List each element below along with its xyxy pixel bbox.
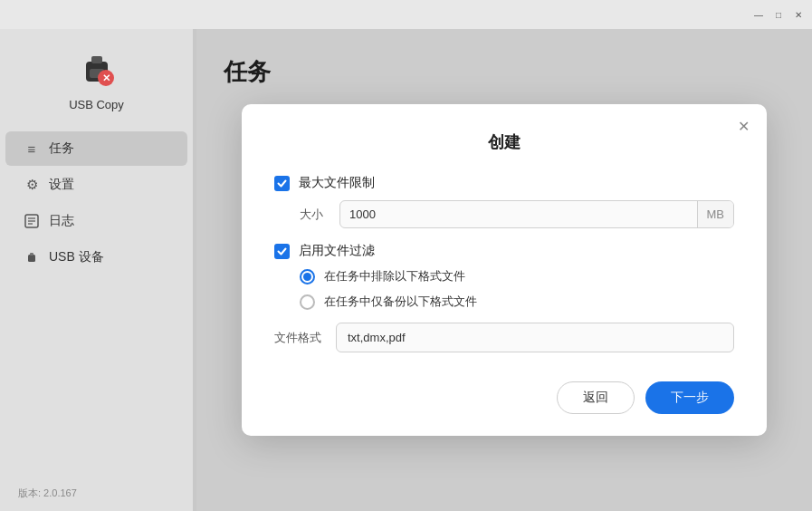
sidebar-item-logs[interactable]: 日志	[5, 204, 187, 238]
radio-row-backup: 在任务中仅备份以下格式文件	[300, 294, 734, 310]
svg-rect-9	[28, 255, 35, 262]
next-button[interactable]: 下一步	[645, 381, 734, 414]
sidebar-label-logs: 日志	[49, 213, 74, 229]
window-controls: — □ ✕	[752, 8, 805, 21]
modal-footer: 返回 下一步	[274, 381, 734, 414]
sidebar-item-tasks[interactable]: ≡ 任务	[5, 131, 187, 166]
app-name-label: USB Copy	[69, 98, 124, 111]
title-bar: — □ ✕	[0, 0, 812, 29]
format-row: 文件格式	[274, 323, 734, 352]
sidebar-footer: 版本: 2.0.167	[0, 476, 193, 511]
radio-exclude-label: 在任务中排除以下格式文件	[324, 268, 465, 284]
content-area: 任务 ✕ 创建	[196, 29, 812, 511]
svg-rect-2	[91, 56, 102, 63]
radio-row-exclude: 在任务中排除以下格式文件	[300, 268, 734, 284]
max-file-limit-label: 最大文件限制	[299, 175, 375, 191]
app-window: — □ ✕ ✕	[0, 0, 812, 511]
svg-text:✕: ✕	[101, 72, 110, 83]
file-filter-section: 启用文件过滤 在任务中排除以下格式文件 在任务中仅备份以下格式文件	[274, 243, 734, 352]
sidebar-item-settings[interactable]: ⚙ 设置	[5, 168, 187, 202]
usb-icon	[24, 249, 40, 265]
tasks-icon: ≡	[24, 140, 40, 157]
app-icon: ✕	[73, 43, 120, 91]
sidebar-header: ✕ USB Copy	[0, 29, 193, 130]
size-input-wrap: MB	[339, 200, 734, 228]
modal-overlay: ✕ 创建 最大文件限制	[196, 29, 812, 511]
main-layout: ✕ USB Copy ≡ 任务 ⚙ 设置	[0, 29, 812, 511]
modal-create: ✕ 创建 最大文件限制	[242, 104, 767, 436]
size-label: 大小	[300, 207, 325, 223]
back-button[interactable]: 返回	[557, 381, 635, 414]
size-input[interactable]	[340, 201, 697, 227]
sidebar-label-tasks: 任务	[49, 140, 74, 157]
size-field-row: 大小 MB	[300, 200, 734, 228]
max-file-limit-section: 最大文件限制 大小 MB	[274, 175, 734, 228]
sidebar-item-usb[interactable]: USB 设备	[5, 240, 187, 275]
version-label: 版本: 2.0.167	[18, 487, 77, 498]
close-button[interactable]: ✕	[792, 8, 805, 21]
radio-group: 在任务中排除以下格式文件 在任务中仅备份以下格式文件	[300, 268, 734, 310]
file-filter-label: 启用文件过滤	[299, 243, 375, 259]
sidebar: ✕ USB Copy ≡ 任务 ⚙ 设置	[0, 29, 193, 511]
svg-rect-10	[30, 253, 33, 256]
radio-exclude[interactable]	[300, 269, 315, 284]
settings-icon: ⚙	[24, 177, 40, 193]
sidebar-label-settings: 设置	[49, 177, 74, 193]
modal-title: 创建	[274, 131, 734, 153]
format-input[interactable]	[336, 323, 734, 352]
radio-backup-label: 在任务中仅备份以下格式文件	[324, 294, 477, 310]
modal-close-button[interactable]: ✕	[734, 117, 752, 135]
sidebar-label-usb: USB 设备	[49, 249, 104, 265]
file-filter-checkbox[interactable]	[274, 244, 290, 259]
radio-backup[interactable]	[300, 294, 315, 310]
format-label: 文件格式	[274, 330, 321, 346]
minimize-button[interactable]: —	[752, 8, 765, 21]
file-filter-row: 启用文件过滤	[274, 243, 734, 259]
sidebar-nav: ≡ 任务 ⚙ 设置	[0, 130, 193, 476]
logs-icon	[24, 213, 40, 229]
maximize-button[interactable]: □	[772, 8, 785, 21]
max-file-limit-row: 最大文件限制	[274, 175, 734, 191]
size-unit: MB	[697, 201, 734, 227]
max-file-limit-checkbox[interactable]	[274, 176, 290, 191]
